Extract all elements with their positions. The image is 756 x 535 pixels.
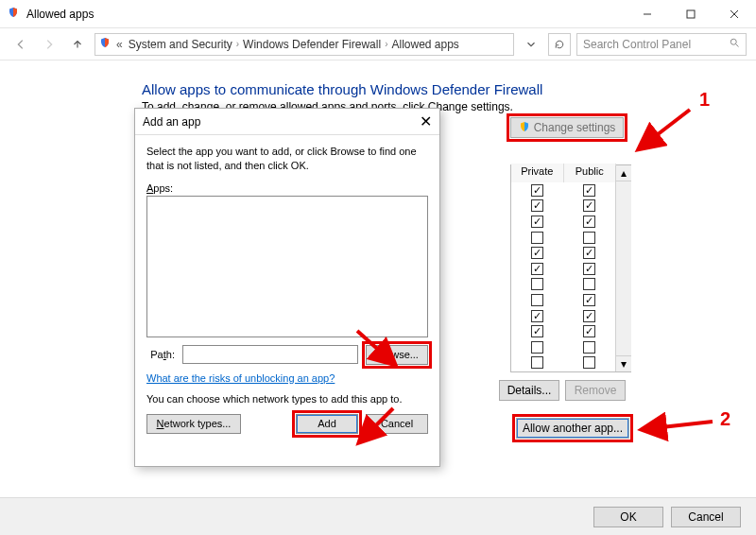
checkbox-public[interactable] (583, 294, 595, 306)
table-row (511, 355, 615, 371)
svg-line-6 (641, 110, 690, 147)
add-button[interactable]: Add (296, 414, 358, 434)
checkbox-public[interactable] (583, 184, 595, 197)
maximize-button[interactable] (669, 0, 713, 28)
checkbox-private[interactable] (531, 199, 543, 212)
path-label: Path: (146, 349, 175, 360)
chevron-right-icon: › (234, 39, 241, 49)
table-row (511, 323, 615, 339)
dialog-cancel-button[interactable]: Cancel (366, 414, 428, 434)
column-header-private[interactable]: Private (511, 164, 564, 182)
table-row (511, 245, 615, 261)
allowed-apps-columns: Private Public ▴ ▾ (510, 164, 631, 372)
checkbox-public[interactable] (583, 247, 595, 259)
chevron-right-icon: › (383, 39, 389, 49)
breadcrumb-history-button[interactable] (520, 33, 542, 56)
table-row (511, 292, 615, 308)
dialog-title: Add an app (143, 115, 200, 129)
checkbox-private[interactable] (531, 184, 543, 197)
apps-listbox[interactable] (146, 196, 428, 337)
checkbox-private[interactable] (531, 216, 543, 228)
path-input[interactable] (182, 345, 358, 364)
table-row (511, 308, 615, 324)
breadcrumb-overflow-icon: « (112, 38, 127, 51)
scroll-down-icon[interactable]: ▾ (616, 355, 631, 371)
checkbox-private[interactable] (531, 356, 543, 369)
checkbox-public[interactable] (583, 278, 595, 290)
table-row (511, 261, 615, 277)
table-row (511, 198, 615, 215)
checkbox-public[interactable] (583, 263, 595, 275)
annotation-1: 1 (699, 89, 710, 111)
close-button[interactable] (713, 0, 756, 28)
ok-button[interactable]: OK (593, 507, 663, 527)
firewall-icon (8, 7, 19, 21)
nav-back-button[interactable] (9, 33, 32, 56)
checkbox-public[interactable] (583, 356, 595, 369)
annotation-2: 2 (720, 408, 730, 430)
details-button[interactable]: Details... (499, 380, 559, 401)
search-icon (729, 37, 740, 51)
checkbox-private[interactable] (531, 232, 543, 244)
scroll-up-icon[interactable]: ▴ (616, 165, 631, 181)
uac-shield-icon (519, 121, 530, 135)
search-placeholder: Search Control Panel (583, 38, 729, 51)
svg-line-7 (644, 422, 713, 429)
checkbox-private[interactable] (531, 325, 543, 337)
breadcrumb-item[interactable]: Windows Defender Firewall (243, 38, 381, 51)
checkbox-private[interactable] (531, 310, 543, 322)
svg-rect-1 (687, 10, 695, 18)
dialog-close-button[interactable]: ✕ (420, 112, 432, 130)
network-types-button[interactable]: Network types... (146, 414, 241, 434)
table-row (511, 214, 615, 230)
checkbox-public[interactable] (583, 325, 595, 337)
page-title: Allow apps to communicate through Window… (142, 81, 542, 97)
checkbox-public[interactable] (583, 310, 595, 322)
svg-point-4 (730, 39, 736, 44)
change-settings-label: Change settings (534, 121, 616, 134)
table-row (511, 182, 615, 198)
risks-link[interactable]: What are the risks of unblocking an app? (146, 372, 335, 384)
browse-button[interactable]: Browse... (366, 345, 428, 365)
scrollbar[interactable]: ▴ ▾ (615, 165, 631, 371)
breadcrumb[interactable]: « System and Security › Windows Defender… (94, 33, 514, 56)
checkbox-private[interactable] (531, 341, 543, 354)
checkbox-private[interactable] (531, 294, 543, 306)
checkbox-private[interactable] (531, 263, 543, 275)
table-row (511, 277, 615, 293)
checkbox-public[interactable] (583, 341, 595, 354)
breadcrumb-item[interactable]: System and Security (129, 38, 232, 51)
table-row (511, 230, 615, 246)
nav-up-button[interactable] (66, 33, 89, 56)
allow-another-app-button[interactable]: Allow another app... (516, 418, 629, 439)
refresh-button[interactable] (548, 33, 571, 56)
checkbox-private[interactable] (531, 278, 543, 290)
svg-line-5 (736, 44, 739, 47)
breadcrumb-item[interactable]: Allowed apps (391, 38, 458, 51)
change-settings-button[interactable]: Change settings (510, 117, 624, 138)
network-types-note: You can choose which network types to ad… (146, 393, 428, 405)
add-app-dialog: Add an app ✕ Select the app you want to … (134, 108, 440, 467)
minimize-button[interactable] (626, 0, 669, 28)
apps-label: Apps: (146, 182, 428, 194)
nav-forward-button[interactable] (38, 33, 60, 56)
dialog-instruction: Select the app you want to add, or click… (146, 145, 428, 173)
table-row (511, 339, 615, 355)
checkbox-public[interactable] (583, 199, 595, 212)
column-header-public[interactable]: Public (564, 164, 617, 182)
firewall-icon (99, 37, 111, 51)
checkbox-public[interactable] (583, 232, 595, 244)
search-input[interactable]: Search Control Panel (576, 33, 747, 56)
remove-button: Remove (565, 380, 626, 401)
cancel-button[interactable]: Cancel (671, 507, 741, 527)
window-title: Allowed apps (26, 8, 94, 21)
checkbox-private[interactable] (531, 247, 543, 259)
checkbox-public[interactable] (583, 216, 595, 228)
